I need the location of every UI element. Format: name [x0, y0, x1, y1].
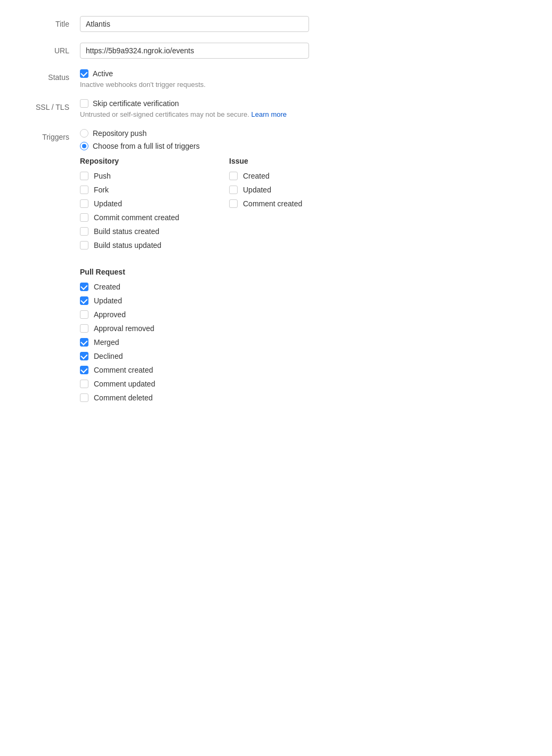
repo-push-item[interactable]: Push	[80, 172, 197, 180]
pull-request-section: Pull Request Created Updated Approved Ap…	[80, 268, 531, 402]
pr-comment-deleted-item-label[interactable]: Comment deleted	[94, 393, 153, 402]
issue-comment-created-item-label[interactable]: Comment created	[243, 199, 302, 208]
pr-declined-item-label[interactable]: Declined	[94, 352, 123, 360]
full-triggers-container: Repository Push Fork Updated	[80, 157, 531, 402]
title-label: Title	[21, 16, 80, 28]
repo-push-option[interactable]: Repository push	[80, 129, 531, 138]
status-hint: Inactive webhooks don't trigger requests…	[80, 81, 531, 89]
status-row: Status Active Inactive webhooks don't tr…	[21, 69, 531, 89]
full-list-label[interactable]: Choose from a full list of triggers	[93, 142, 200, 150]
pr-approval-removed-item-label[interactable]: Approval removed	[94, 324, 155, 333]
pr-approval-removed-checkbox[interactable]	[80, 324, 88, 333]
ssl-text[interactable]: Skip certificate verification	[93, 99, 179, 108]
repository-title: Repository	[80, 157, 197, 165]
pr-created-checkbox[interactable]	[80, 283, 88, 291]
top-columns: Repository Push Fork Updated	[80, 157, 531, 255]
repo-build-created-item-label[interactable]: Build status created	[94, 227, 159, 236]
pr-created-item-label[interactable]: Created	[94, 283, 120, 291]
status-checkbox-row: Active	[80, 69, 531, 78]
status-text[interactable]: Active	[93, 69, 113, 78]
status-label: Status	[21, 69, 80, 82]
issue-title: Issue	[229, 157, 346, 165]
issue-created-item[interactable]: Created	[229, 172, 346, 180]
repo-commit-comment-item-label[interactable]: Commit comment created	[94, 213, 179, 222]
url-content	[80, 43, 531, 59]
url-label: URL	[21, 43, 80, 55]
repo-updated-checkbox[interactable]	[80, 199, 88, 208]
pr-updated-item-label[interactable]: Updated	[94, 296, 122, 305]
ssl-hint: Untrusted or self-signed certificates ma…	[80, 110, 531, 118]
issue-created-checkbox[interactable]	[229, 172, 238, 180]
issue-updated-item-label[interactable]: Updated	[243, 186, 271, 194]
repo-fork-item[interactable]: Fork	[80, 186, 197, 194]
pr-updated-checkbox[interactable]	[80, 296, 88, 305]
repo-commit-comment-checkbox[interactable]	[80, 213, 88, 222]
ssl-checkbox[interactable]	[80, 99, 88, 108]
ssl-checkbox-row: Skip certificate verification	[80, 99, 531, 108]
full-list-radio[interactable]	[80, 142, 88, 150]
url-input[interactable]	[80, 43, 309, 59]
pr-comment-created-item-label[interactable]: Comment created	[94, 366, 153, 374]
pr-declined-item[interactable]: Declined	[80, 352, 531, 360]
pr-comment-created-item[interactable]: Comment created	[80, 366, 531, 374]
issue-updated-checkbox[interactable]	[229, 186, 238, 194]
pr-comment-deleted-item[interactable]: Comment deleted	[80, 393, 531, 402]
repo-build-created-item[interactable]: Build status created	[80, 227, 197, 236]
triggers-row: Triggers Repository push Choose from a f…	[21, 129, 531, 407]
ssl-hint-text: Untrusted or self-signed certificates ma…	[80, 110, 249, 118]
repo-updated-item-label[interactable]: Updated	[94, 199, 122, 208]
issue-column: Issue Created Updated Comment created	[229, 157, 346, 255]
pull-request-title: Pull Request	[80, 268, 531, 276]
pr-merged-item[interactable]: Merged	[80, 338, 531, 347]
pr-updated-item[interactable]: Updated	[80, 296, 531, 305]
issue-comment-created-checkbox[interactable]	[229, 199, 238, 208]
pr-declined-checkbox[interactable]	[80, 352, 88, 360]
repo-push-label[interactable]: Repository push	[93, 129, 147, 138]
repository-column: Repository Push Fork Updated	[80, 157, 197, 255]
repo-push-checkbox[interactable]	[80, 172, 88, 180]
pr-approved-item[interactable]: Approved	[80, 310, 531, 319]
ssl-row: SSL / TLS Skip certificate verification …	[21, 99, 531, 118]
full-list-option[interactable]: Choose from a full list of triggers	[80, 142, 531, 150]
issue-comment-created-item[interactable]: Comment created	[229, 199, 346, 208]
title-content	[80, 16, 531, 32]
pr-approved-item-label[interactable]: Approved	[94, 310, 126, 319]
pr-created-item[interactable]: Created	[80, 283, 531, 291]
pr-comment-updated-item-label[interactable]: Comment updated	[94, 380, 155, 388]
repo-fork-checkbox[interactable]	[80, 186, 88, 194]
ssl-label: SSL / TLS	[21, 99, 80, 111]
ssl-learn-more-link[interactable]: Learn more	[251, 110, 287, 118]
repo-build-updated-checkbox[interactable]	[80, 241, 88, 250]
status-checkbox[interactable]	[80, 69, 88, 78]
repo-build-created-checkbox[interactable]	[80, 227, 88, 236]
title-input[interactable]	[80, 16, 309, 32]
pr-comment-created-checkbox[interactable]	[80, 366, 88, 374]
repo-push-radio[interactable]	[80, 129, 88, 138]
issue-created-item-label[interactable]: Created	[243, 172, 270, 180]
repo-build-updated-item-label[interactable]: Build status updated	[94, 241, 161, 250]
pr-approved-checkbox[interactable]	[80, 310, 88, 319]
repo-push-item-label[interactable]: Push	[94, 172, 111, 180]
pr-merged-checkbox[interactable]	[80, 338, 88, 347]
pr-comment-deleted-checkbox[interactable]	[80, 393, 88, 402]
status-content: Active Inactive webhooks don't trigger r…	[80, 69, 531, 89]
repo-build-updated-item[interactable]: Build status updated	[80, 241, 197, 250]
pr-comment-updated-checkbox[interactable]	[80, 380, 88, 388]
repo-updated-item[interactable]: Updated	[80, 199, 197, 208]
repo-commit-comment-item[interactable]: Commit comment created	[80, 213, 197, 222]
title-row: Title	[21, 16, 531, 32]
pr-merged-item-label[interactable]: Merged	[94, 338, 119, 347]
ssl-content: Skip certificate verification Untrusted …	[80, 99, 531, 118]
pr-approval-removed-item[interactable]: Approval removed	[80, 324, 531, 333]
triggers-label: Triggers	[21, 129, 80, 141]
pr-comment-updated-item[interactable]: Comment updated	[80, 380, 531, 388]
url-row: URL	[21, 43, 531, 59]
triggers-content: Repository push Choose from a full list …	[80, 129, 531, 407]
repo-fork-item-label[interactable]: Fork	[94, 186, 109, 194]
issue-updated-item[interactable]: Updated	[229, 186, 346, 194]
